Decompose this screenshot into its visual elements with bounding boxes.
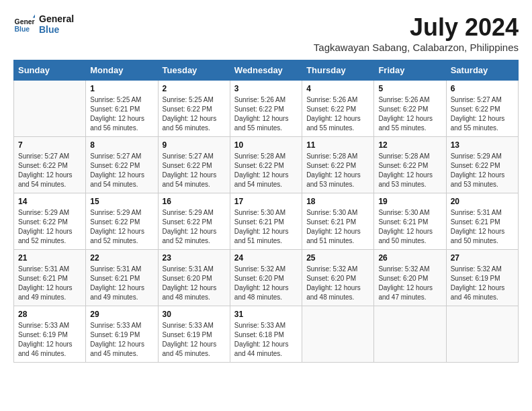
calendar-cell: 9Sunrise: 5:27 AMSunset: 6:22 PMDaylight… <box>158 137 230 193</box>
day-info: Sunrise: 5:29 AMSunset: 6:22 PMDaylight:… <box>163 208 226 246</box>
calendar-cell: 16Sunrise: 5:29 AMSunset: 6:22 PMDayligh… <box>158 193 230 250</box>
calendar-cell: 13Sunrise: 5:29 AMSunset: 6:22 PMDayligh… <box>446 137 518 193</box>
calendar-cell: 14Sunrise: 5:29 AMSunset: 6:22 PMDayligh… <box>14 193 86 250</box>
day-info: Sunrise: 5:33 AMSunset: 6:18 PMDaylight:… <box>234 321 298 359</box>
day-info: Sunrise: 5:27 AMSunset: 6:22 PMDaylight:… <box>90 152 153 189</box>
month-year: July 2024 <box>314 13 519 42</box>
logo-line1: General <box>39 13 74 24</box>
logo: General Blue General Blue <box>13 13 74 35</box>
day-header-saturday: Saturday <box>446 60 518 81</box>
day-number: 11 <box>306 140 369 150</box>
day-info: Sunrise: 5:28 AMSunset: 6:22 PMDaylight:… <box>234 152 298 189</box>
day-number: 10 <box>234 140 298 150</box>
calendar-cell <box>302 306 374 363</box>
day-number: 25 <box>306 253 369 263</box>
day-info: Sunrise: 5:29 AMSunset: 6:22 PMDaylight:… <box>18 208 81 246</box>
day-number: 26 <box>378 253 441 263</box>
calendar-cell: 11Sunrise: 5:28 AMSunset: 6:22 PMDayligh… <box>302 137 374 193</box>
calendar-cell: 21Sunrise: 5:31 AMSunset: 6:21 PMDayligh… <box>14 250 86 306</box>
calendar-cell: 25Sunrise: 5:32 AMSunset: 6:20 PMDayligh… <box>302 250 374 306</box>
calendar-cell: 18Sunrise: 5:30 AMSunset: 6:21 PMDayligh… <box>302 193 374 250</box>
calendar-cell: 29Sunrise: 5:33 AMSunset: 6:19 PMDayligh… <box>86 306 158 363</box>
day-header-tuesday: Tuesday <box>158 60 230 81</box>
calendar-cell: 6Sunrise: 5:27 AMSunset: 6:22 PMDaylight… <box>446 81 518 137</box>
day-info: Sunrise: 5:31 AMSunset: 6:21 PMDaylight:… <box>18 265 81 302</box>
day-number: 15 <box>90 197 153 206</box>
day-info: Sunrise: 5:33 AMSunset: 6:19 PMDaylight:… <box>18 321 81 359</box>
calendar-cell: 12Sunrise: 5:28 AMSunset: 6:22 PMDayligh… <box>374 137 446 193</box>
day-info: Sunrise: 5:33 AMSunset: 6:19 PMDaylight:… <box>163 321 226 359</box>
day-number: 28 <box>18 310 81 319</box>
day-info: Sunrise: 5:29 AMSunset: 6:22 PMDaylight:… <box>90 208 153 246</box>
day-info: Sunrise: 5:31 AMSunset: 6:21 PMDaylight:… <box>451 208 514 246</box>
day-info: Sunrise: 5:27 AMSunset: 6:22 PMDaylight:… <box>451 95 514 133</box>
calendar-cell: 1Sunrise: 5:25 AMSunset: 6:21 PMDaylight… <box>86 81 158 137</box>
svg-text:Blue: Blue <box>15 26 30 33</box>
day-number: 14 <box>18 197 81 206</box>
day-number: 13 <box>451 140 514 150</box>
day-number: 27 <box>451 253 514 263</box>
svg-text:General: General <box>15 18 35 26</box>
day-number: 21 <box>18 253 81 263</box>
calendar-cell <box>374 306 446 363</box>
day-info: Sunrise: 5:32 AMSunset: 6:19 PMDaylight:… <box>451 265 514 302</box>
svg-marker-2 <box>33 15 35 18</box>
calendar-cell: 2Sunrise: 5:25 AMSunset: 6:22 PMDaylight… <box>158 81 230 137</box>
day-info: Sunrise: 5:28 AMSunset: 6:22 PMDaylight:… <box>306 152 369 189</box>
day-header-thursday: Thursday <box>302 60 374 81</box>
day-number: 16 <box>163 197 226 206</box>
day-number: 19 <box>378 197 441 206</box>
page-header: General Blue General Blue July 2024 Tagk… <box>13 13 519 53</box>
day-number: 23 <box>163 253 226 263</box>
day-info: Sunrise: 5:27 AMSunset: 6:22 PMDaylight:… <box>18 152 81 189</box>
day-header-friday: Friday <box>374 60 446 81</box>
calendar-cell: 15Sunrise: 5:29 AMSunset: 6:22 PMDayligh… <box>86 193 158 250</box>
day-header-wednesday: Wednesday <box>230 60 302 81</box>
day-header-sunday: Sunday <box>14 60 86 81</box>
calendar-cell: 8Sunrise: 5:27 AMSunset: 6:22 PMDaylight… <box>86 137 158 193</box>
day-info: Sunrise: 5:28 AMSunset: 6:22 PMDaylight:… <box>378 152 441 189</box>
calendar-cell: 27Sunrise: 5:32 AMSunset: 6:19 PMDayligh… <box>446 250 518 306</box>
day-number: 2 <box>163 84 226 93</box>
day-number: 20 <box>451 197 514 206</box>
day-info: Sunrise: 5:30 AMSunset: 6:21 PMDaylight:… <box>234 208 298 246</box>
day-info: Sunrise: 5:30 AMSunset: 6:21 PMDaylight:… <box>378 208 441 246</box>
calendar-cell: 3Sunrise: 5:26 AMSunset: 6:22 PMDaylight… <box>230 81 302 137</box>
logo-line2: Blue <box>39 24 74 35</box>
day-number: 31 <box>234 310 298 319</box>
day-number: 6 <box>451 84 514 93</box>
day-number: 17 <box>234 197 298 206</box>
day-info: Sunrise: 5:27 AMSunset: 6:22 PMDaylight:… <box>163 152 226 189</box>
calendar-cell <box>446 306 518 363</box>
day-number: 12 <box>378 140 441 150</box>
calendar-cell: 26Sunrise: 5:32 AMSunset: 6:20 PMDayligh… <box>374 250 446 306</box>
day-number: 9 <box>163 140 226 150</box>
day-info: Sunrise: 5:32 AMSunset: 6:20 PMDaylight:… <box>306 265 369 302</box>
calendar-cell <box>14 81 86 137</box>
calendar-cell: 30Sunrise: 5:33 AMSunset: 6:19 PMDayligh… <box>158 306 230 363</box>
day-info: Sunrise: 5:32 AMSunset: 6:20 PMDaylight:… <box>378 265 441 302</box>
calendar-cell: 24Sunrise: 5:32 AMSunset: 6:20 PMDayligh… <box>230 250 302 306</box>
day-info: Sunrise: 5:30 AMSunset: 6:21 PMDaylight:… <box>306 208 369 246</box>
day-info: Sunrise: 5:26 AMSunset: 6:22 PMDaylight:… <box>306 95 369 133</box>
day-number: 18 <box>306 197 369 206</box>
calendar-cell: 23Sunrise: 5:31 AMSunset: 6:20 PMDayligh… <box>158 250 230 306</box>
calendar-cell: 10Sunrise: 5:28 AMSunset: 6:22 PMDayligh… <box>230 137 302 193</box>
day-info: Sunrise: 5:26 AMSunset: 6:22 PMDaylight:… <box>378 95 441 133</box>
day-info: Sunrise: 5:29 AMSunset: 6:22 PMDaylight:… <box>451 152 514 189</box>
day-number: 1 <box>90 84 153 93</box>
day-number: 24 <box>234 253 298 263</box>
day-number: 7 <box>18 140 81 150</box>
day-info: Sunrise: 5:26 AMSunset: 6:22 PMDaylight:… <box>234 95 298 133</box>
calendar-cell: 5Sunrise: 5:26 AMSunset: 6:22 PMDaylight… <box>374 81 446 137</box>
location: Tagkawayan Sabang, Calabarzon, Philippin… <box>314 42 519 53</box>
logo-icon: General Blue <box>13 13 35 35</box>
day-number: 5 <box>378 84 441 93</box>
day-number: 22 <box>90 253 153 263</box>
day-number: 29 <box>90 310 153 319</box>
calendar-cell: 20Sunrise: 5:31 AMSunset: 6:21 PMDayligh… <box>446 193 518 250</box>
day-info: Sunrise: 5:32 AMSunset: 6:20 PMDaylight:… <box>234 265 298 302</box>
day-number: 8 <box>90 140 153 150</box>
calendar-table: SundayMondayTuesdayWednesdayThursdayFrid… <box>13 60 519 363</box>
day-number: 30 <box>163 310 226 319</box>
